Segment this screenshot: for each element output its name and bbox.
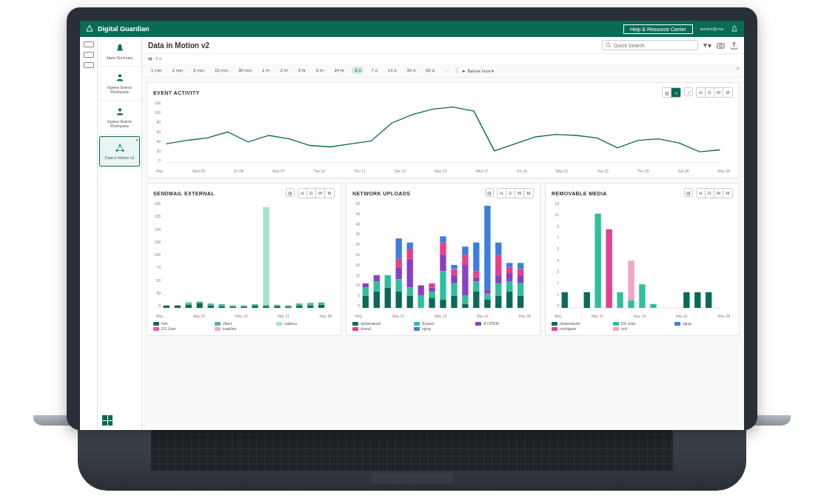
x-axis-labels: MayMay 07May 14May 21May 28 bbox=[552, 314, 733, 318]
time-filter-14d[interactable]: 14 d bbox=[385, 67, 400, 74]
content-area: EVENT ACTIVITY ▥ ∿ ⤢ HDWM bbox=[142, 78, 744, 430]
export-icon[interactable] bbox=[729, 41, 738, 50]
legend-item[interactable]: roderso bbox=[276, 321, 335, 326]
granularity-h-button[interactable]: H bbox=[697, 189, 706, 198]
legend-item[interactable]: cgray bbox=[674, 321, 733, 326]
granularity-w-button[interactable]: W bbox=[714, 88, 723, 97]
granularity-h-button[interactable]: H bbox=[697, 88, 706, 97]
legend-item[interactable]: holt bbox=[153, 321, 212, 326]
granularity-d-button[interactable]: D bbox=[706, 189, 714, 198]
granularity-m-button[interactable]: M bbox=[325, 189, 334, 198]
sidebar-item-ingress-1[interactable]: Ingress Events Workspace bbox=[98, 67, 141, 101]
filter-icon[interactable]: ▾ bbox=[703, 41, 711, 50]
chart-settings-icon[interactable]: ▥ bbox=[286, 188, 295, 197]
rail-layout-icon-1[interactable] bbox=[84, 41, 94, 47]
granularity-d-button[interactable]: D bbox=[706, 88, 714, 97]
time-filter-60d[interactable]: 60 d bbox=[423, 67, 438, 74]
granularity-toggle[interactable]: HDWM bbox=[497, 188, 534, 198]
svg-rect-46 bbox=[374, 281, 380, 292]
close-icon[interactable]: × bbox=[135, 138, 138, 142]
svg-rect-64 bbox=[429, 287, 435, 292]
svg-rect-108 bbox=[594, 214, 600, 308]
svg-rect-96 bbox=[506, 281, 512, 292]
event-activity-chart[interactable]: 116100806040200 MayWed 05Fri 08May 07Tue… bbox=[153, 101, 733, 173]
legend-item[interactable]: dross1 bbox=[352, 326, 411, 331]
apps-grid-icon[interactable] bbox=[102, 415, 113, 426]
granularity-d-button[interactable]: D bbox=[506, 189, 515, 198]
app-title: Digital Guardian bbox=[98, 25, 150, 33]
time-filter-30d[interactable]: 30 d bbox=[403, 67, 418, 74]
sidebar-item-ingress-2[interactable]: Ingress Events Workspace bbox=[98, 101, 141, 135]
time-filter-3hr[interactable]: 3 hr bbox=[295, 67, 309, 74]
time-filter-6hr[interactable]: 6 hr bbox=[313, 67, 326, 74]
line-chart-icon[interactable]: ∿ bbox=[671, 88, 680, 97]
chart-settings-icon[interactable]: ▥ bbox=[684, 188, 693, 197]
granularity-m-button[interactable]: M bbox=[723, 189, 732, 198]
time-filter-2min[interactable]: 2 min bbox=[170, 67, 187, 74]
svg-rect-80 bbox=[462, 246, 468, 255]
granularity-d-button[interactable]: D bbox=[307, 189, 316, 198]
granularity-m-button[interactable]: M bbox=[723, 88, 732, 97]
time-filter-1min[interactable]: 1 min bbox=[148, 67, 165, 74]
granularity-toggle[interactable]: HDWM bbox=[298, 188, 335, 198]
help-resource-button[interactable]: Help & Resource Center bbox=[623, 24, 693, 34]
legend-item[interactable]: rrodriguez bbox=[552, 326, 610, 331]
granularity-h-button[interactable]: H bbox=[498, 189, 506, 198]
legend-item[interactable]: dodamasoth bbox=[552, 321, 610, 326]
legend-item[interactable]: koaklins bbox=[215, 326, 273, 331]
time-filter-15min[interactable]: 15 min bbox=[212, 67, 231, 74]
search-input[interactable] bbox=[614, 43, 694, 48]
search-icon bbox=[606, 42, 612, 48]
time-filter-3d[interactable]: 3 d bbox=[352, 67, 364, 74]
time-filter-2hr[interactable]: 2 hr bbox=[277, 67, 290, 74]
chart-type-toggle[interactable]: ▥ ∿ bbox=[662, 87, 681, 98]
sub-header: ▤ 3 d bbox=[142, 54, 744, 64]
rail-layout-icon-2[interactable] bbox=[84, 52, 94, 58]
time-filter-…[interactable]: … bbox=[442, 67, 452, 74]
notification-icon[interactable] bbox=[731, 25, 738, 33]
time-filter-5min[interactable]: 5 min bbox=[190, 67, 207, 74]
expand-icon[interactable]: ⤢ bbox=[684, 87, 693, 96]
svg-rect-97 bbox=[506, 273, 512, 281]
y-axis-labels: 1651551401301007050300 bbox=[150, 201, 161, 308]
rail-layout-icon-3[interactable] bbox=[84, 62, 94, 68]
search-box[interactable] bbox=[602, 40, 698, 50]
legend-item[interactable]: chenl bbox=[215, 321, 273, 326]
svg-rect-106 bbox=[562, 292, 568, 308]
svg-rect-36 bbox=[296, 303, 302, 306]
close-icon[interactable]: × bbox=[736, 65, 740, 72]
bar-chart-icon[interactable]: ▥ bbox=[663, 88, 671, 97]
person-icon bbox=[114, 107, 126, 117]
granularity-w-button[interactable]: W bbox=[316, 189, 325, 198]
sidebar-item-data-in-motion[interactable]: × Data in Motion v2 bbox=[99, 136, 140, 167]
time-filter-30min[interactable]: 30 min bbox=[235, 67, 255, 74]
granularity-w-button[interactable]: W bbox=[714, 189, 723, 198]
granularity-w-button[interactable]: W bbox=[515, 189, 524, 198]
legend-item[interactable]: DG User bbox=[613, 321, 671, 326]
before-now-label[interactable]: ► Before Now ▾ bbox=[462, 68, 495, 73]
user-label[interactable]: tenant@me bbox=[700, 27, 723, 31]
time-filter-1hr[interactable]: 1 hr bbox=[259, 67, 272, 74]
removable-media-chart[interactable]: 131197543210 MayMay 07May 14May 21May 28 bbox=[552, 201, 733, 318]
laptop-bezel: Digital Guardian Help & Resource Center … bbox=[67, 7, 757, 430]
time-filter-7d[interactable]: 7 d bbox=[368, 67, 380, 74]
granularity-h-button[interactable]: H bbox=[298, 189, 307, 198]
time-filter-24hr[interactable]: 24 hr bbox=[331, 67, 347, 74]
legend-item[interactable]: cgray bbox=[414, 326, 472, 331]
legend-item[interactable]: DG User bbox=[153, 326, 212, 331]
sidebar-item-alarm-summary[interactable]: Alarm Summary bbox=[98, 37, 141, 67]
granularity-m-button[interactable]: M bbox=[524, 189, 533, 198]
legend-item[interactable]: SYSTEM bbox=[475, 321, 534, 326]
legend-item[interactable]: System bbox=[414, 321, 472, 326]
granularity-toggle[interactable]: HDWM bbox=[696, 188, 733, 198]
svg-rect-73 bbox=[451, 275, 457, 283]
chart-settings-icon[interactable]: ▥ bbox=[485, 188, 494, 197]
legend-item[interactable]: null bbox=[613, 326, 671, 331]
legend-item[interactable]: dodamasoth bbox=[352, 321, 411, 326]
granularity-toggle[interactable]: HDWM bbox=[696, 87, 733, 98]
sidebar-item-label: Data in Motion v2 bbox=[105, 155, 134, 160]
sendmail-chart[interactable]: 1651551401301007050300 MayMay 07May 14Ma… bbox=[153, 201, 335, 318]
camera-icon[interactable] bbox=[716, 41, 725, 50]
network-uploads-chart[interactable]: 50454035302520151050 MayMay 07May 14May … bbox=[352, 201, 534, 318]
panel-title: SENDMAIL EXTERNAL bbox=[153, 191, 215, 196]
